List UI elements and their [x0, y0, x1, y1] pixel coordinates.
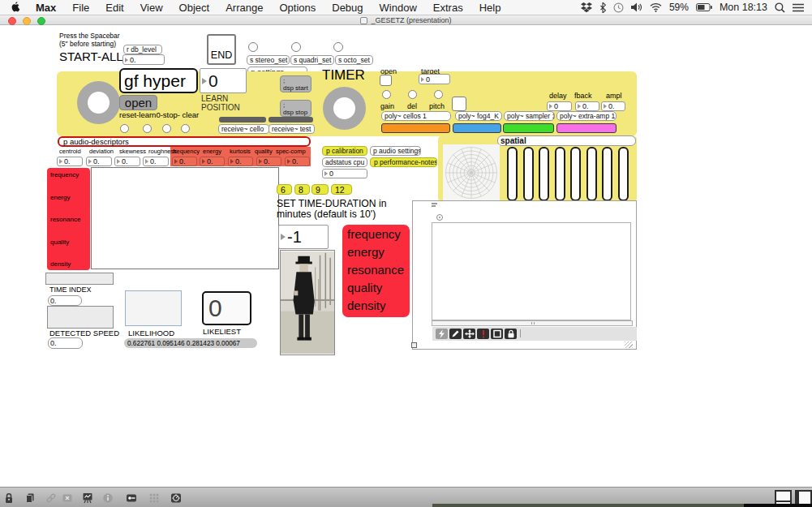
p-performance-notes-subpatcher[interactable]: p performance-notes	[370, 157, 437, 167]
quadri-set-toggle[interactable]	[291, 42, 301, 52]
gf-hyper-object[interactable]: gf hyper	[119, 68, 198, 93]
patch-lock-icon[interactable]	[2, 492, 15, 504]
descriptor-numberbox-roughness[interactable]: 0.	[143, 157, 169, 166]
timemachine-icon[interactable]	[613, 2, 624, 13]
reset-toggle-4[interactable]	[181, 124, 190, 133]
spatial-slider-2[interactable]	[523, 147, 534, 201]
menu-item-edit[interactable]: Edit	[97, 2, 131, 14]
subwindow-resize-grip[interactable]	[625, 342, 633, 348]
detected-speed-numberbox[interactable]: 0.	[48, 337, 83, 349]
dsp-start-message[interactable]: ;dsp start	[280, 75, 311, 92]
subwindow-content-area[interactable]	[432, 222, 631, 320]
link-icon[interactable]	[45, 492, 58, 504]
end-button[interactable]: END	[207, 34, 236, 65]
stereo-set-toggle[interactable]	[248, 42, 258, 52]
likelihood-values-message[interactable]: 0.622761 0.095146 0.281423 0.00067	[124, 338, 257, 348]
hyper-numberbox[interactable]: 0	[200, 68, 247, 93]
apple-menu-icon[interactable]	[0, 2, 28, 13]
target-numberbox[interactable]: 0	[419, 74, 450, 84]
menu-item-file[interactable]: File	[64, 2, 97, 14]
patcher-title-bar[interactable]: _GESETZ (presentation)	[0, 15, 812, 25]
poly-sampler-colorbar[interactable]	[503, 123, 554, 133]
grid-icon[interactable]	[148, 492, 161, 504]
fback-numberbox[interactable]: 0.	[575, 101, 599, 111]
move-icon[interactable]	[463, 329, 475, 339]
timer-open-checkbox[interactable]	[380, 75, 392, 86]
descriptor-numberbox-spec-comp[interactable]: 0.	[285, 157, 310, 166]
p-audio-descriptors-subpatcher[interactable]: p audio-descriptors	[58, 136, 311, 147]
spatial-slider-8[interactable]	[618, 147, 629, 201]
reset-toggle-2[interactable]	[143, 124, 152, 133]
subwindow-zoom-box[interactable]	[411, 342, 417, 348]
p-calibration-subpatcher[interactable]: p calibration	[322, 146, 367, 156]
duration-6-message[interactable]: 6	[277, 184, 292, 195]
likeliest-numberbox[interactable]: 0	[202, 291, 251, 325]
autofix-icon[interactable]	[436, 329, 448, 339]
octo-set-toggle[interactable]	[333, 42, 343, 52]
gain-toggle[interactable]	[382, 90, 391, 99]
dial-tool-icon[interactable]	[170, 492, 183, 504]
descriptor-numberbox-deviation[interactable]: 0.	[86, 157, 112, 166]
spatial-slider-6[interactable]	[586, 147, 597, 201]
wifi-icon[interactable]	[650, 3, 662, 12]
volume-icon[interactable]	[631, 2, 642, 12]
pencil-icon[interactable]	[449, 329, 462, 339]
descriptor-numberbox-centroid[interactable]: 0.	[57, 157, 83, 166]
menu-item-window[interactable]: Window	[372, 2, 425, 14]
descriptor-numberbox-quality[interactable]: 0.	[256, 157, 281, 166]
menu-item-max[interactable]: Max	[28, 2, 64, 14]
descriptor-numberbox-frequency[interactable]: 0.	[172, 157, 197, 166]
spatial-slider-1[interactable]	[507, 147, 518, 201]
descriptor-numberbox-kurtosis[interactable]: 0.	[228, 157, 253, 166]
reset-toggle-1[interactable]	[120, 124, 129, 133]
poly-extra-amp-colorbar[interactable]	[556, 123, 617, 133]
menu-item-debug[interactable]: Debug	[324, 2, 371, 14]
menu-item-view[interactable]: View	[132, 2, 171, 14]
spatial-slider-4[interactable]	[555, 147, 565, 201]
duration-9-message[interactable]: 9	[311, 184, 329, 195]
notification-center-icon[interactable]	[793, 3, 804, 12]
presentation-mode-icon[interactable]	[81, 492, 94, 504]
bluetooth-icon[interactable]	[599, 2, 606, 13]
menu-item-object[interactable]: Object	[171, 2, 218, 14]
lock-icon[interactable]	[505, 329, 517, 339]
dropbox-icon[interactable]	[581, 2, 592, 13]
descriptor-numberbox-energy[interactable]: 0.	[200, 157, 225, 166]
p-audio-settings-subpatcher[interactable]: p audio settings	[370, 146, 421, 156]
matrix-display[interactable]	[91, 167, 279, 269]
duration-8-message[interactable]: 8	[294, 184, 310, 195]
alert-icon[interactable]	[477, 329, 489, 339]
spatial-subpatcher[interactable]: spatial	[497, 135, 636, 146]
time-index-numberbox[interactable]: 0.	[48, 295, 82, 306]
poly-fog4-colorbar[interactable]	[453, 123, 501, 133]
subwindow-hscrollbar[interactable]	[432, 320, 633, 326]
cpu-numberbox[interactable]: 0	[322, 169, 367, 178]
pitch-toggle[interactable]	[434, 90, 443, 99]
spotlight-search-icon[interactable]	[775, 2, 785, 13]
menu-item-extras[interactable]: Extras	[425, 2, 471, 14]
gear-icon[interactable]	[436, 214, 443, 221]
ampl-numberbox[interactable]: 0.	[601, 101, 625, 111]
dsp-stop-message[interactable]: ;dsp stop	[280, 100, 311, 117]
reset-toggle-3[interactable]	[162, 124, 171, 133]
spatial-slider-7[interactable]	[602, 147, 612, 201]
new-object-icon[interactable]	[24, 492, 37, 504]
signal-probe-icon[interactable]	[125, 492, 138, 504]
db-level-numberbox[interactable]: 0.	[122, 54, 165, 65]
timer-square-checkbox[interactable]	[452, 97, 466, 111]
descriptor-numberbox-skewness[interactable]: 0.	[114, 157, 140, 166]
duration-12-message[interactable]: 12	[331, 184, 352, 195]
square-tool-icon[interactable]	[491, 329, 503, 339]
spatial-slider-3[interactable]	[539, 147, 549, 201]
duration-numberbox[interactable]: -1	[278, 225, 329, 249]
menu-clock[interactable]: Mon 18:13	[720, 2, 767, 13]
info-icon[interactable]	[101, 492, 114, 504]
open-button[interactable]: open	[119, 95, 157, 110]
spatial-slider-5[interactable]	[570, 147, 581, 201]
subpatcher-window[interactable]	[412, 200, 637, 350]
poly-cellos-colorbar[interactable]	[381, 123, 450, 133]
menu-item-options[interactable]: Options	[271, 2, 324, 14]
menu-item-arrange[interactable]: Arrange	[217, 2, 271, 14]
close-box-icon[interactable]	[61, 492, 74, 504]
del-toggle[interactable]	[408, 90, 417, 99]
